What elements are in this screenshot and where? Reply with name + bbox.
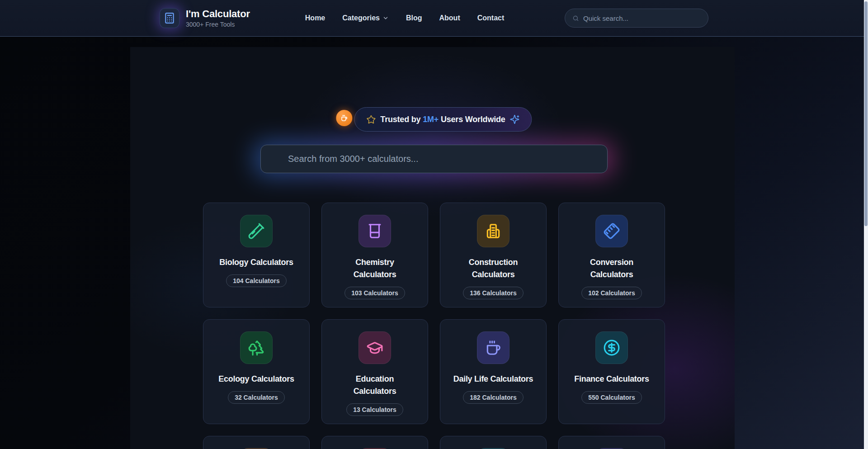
nav-item-blog[interactable]: Blog bbox=[406, 14, 422, 22]
category-count-badge: 136 Calculators bbox=[463, 287, 524, 299]
category-card-partial[interactable] bbox=[203, 436, 310, 449]
category-card-daily-life[interactable]: Daily Life Calculators 182 Calculators bbox=[440, 319, 547, 424]
nav-item-contact[interactable]: Contact bbox=[477, 14, 505, 22]
category-title: ChemistryCalculators bbox=[354, 256, 396, 281]
category-count-badge: 32 Calculators bbox=[228, 391, 285, 404]
category-card-construction[interactable]: ConstructionCalculators 136 Calculators bbox=[440, 203, 547, 307]
quick-search-box[interactable] bbox=[565, 9, 708, 28]
category-title: ConversionCalculators bbox=[590, 256, 633, 281]
building-icon bbox=[477, 215, 509, 247]
calculator-homepage: I'm Calculator 3000+ Free Tools Home Cat… bbox=[0, 0, 868, 449]
category-card-conversion[interactable]: ConversionCalculators 102 Calculators bbox=[558, 203, 665, 307]
circle-dollar-icon bbox=[595, 331, 628, 364]
category-grid: Biology Calculators 104 Calculators Chem… bbox=[203, 203, 665, 449]
category-count-badge: 103 Calculators bbox=[344, 287, 405, 299]
category-card-chemistry[interactable]: ChemistryCalculators 103 Calculators bbox=[321, 203, 428, 307]
category-title: Daily Life Calculators bbox=[453, 373, 533, 385]
main-search-bar[interactable] bbox=[260, 145, 608, 173]
trusted-badge: Trusted by 1M+ Users Worldwide bbox=[354, 107, 532, 132]
main-nav: Home Categories Blog About Contact bbox=[305, 14, 504, 22]
category-title: EducationCalculators bbox=[354, 373, 396, 397]
category-card-finance[interactable]: Finance Calculators 550 Calculators bbox=[558, 319, 665, 424]
nav-item-home[interactable]: Home bbox=[305, 14, 325, 22]
header-inner: I'm Calculator 3000+ Free Tools Home Cat… bbox=[160, 0, 708, 36]
search-icon bbox=[572, 15, 579, 22]
quick-search-input[interactable] bbox=[583, 14, 701, 22]
category-title: Ecology Calculators bbox=[218, 373, 294, 385]
category-title: ConstructionCalculators bbox=[469, 256, 518, 281]
site-tagline: 3000+ Free Tools bbox=[186, 21, 250, 28]
category-count-badge: 13 Calculators bbox=[346, 403, 403, 416]
category-count-badge: 104 Calculators bbox=[226, 274, 287, 287]
category-count-badge: 102 Calculators bbox=[581, 287, 642, 299]
coffee-icon bbox=[340, 114, 348, 122]
brand-text: I'm Calculator 3000+ Free Tools bbox=[186, 8, 250, 28]
category-card-education[interactable]: EducationCalculators 13 Calculators bbox=[321, 319, 428, 424]
chevron-down-icon bbox=[382, 15, 389, 21]
brand-home-link[interactable]: I'm Calculator 3000+ Free Tools bbox=[160, 8, 250, 28]
category-count-badge: 550 Calculators bbox=[581, 391, 642, 404]
buy-coffee-button[interactable] bbox=[336, 110, 352, 126]
site-title: I'm Calculator bbox=[186, 8, 250, 19]
hero-search-area bbox=[260, 145, 608, 173]
coffee-cup-icon bbox=[477, 331, 509, 364]
category-card-partial[interactable] bbox=[558, 436, 665, 449]
category-card-partial[interactable] bbox=[440, 436, 547, 449]
category-count-badge: 182 Calculators bbox=[463, 391, 524, 404]
star-icon bbox=[366, 115, 376, 124]
category-title: Biology Calculators bbox=[219, 256, 293, 269]
category-card-biology[interactable]: Biology Calculators 104 Calculators bbox=[203, 203, 310, 307]
main-search-input[interactable] bbox=[261, 145, 607, 173]
sparkles-icon bbox=[510, 114, 520, 124]
user-count: 1M+ bbox=[423, 115, 439, 124]
nav-item-about[interactable]: About bbox=[439, 14, 460, 22]
category-card-partial[interactable] bbox=[321, 436, 428, 449]
hero-badge-row: Trusted by 1M+ Users Worldwide bbox=[336, 107, 532, 132]
category-card-ecology[interactable]: Ecology Calculators 32 Calculators bbox=[203, 319, 310, 424]
trees-icon bbox=[240, 331, 273, 364]
ruler-icon bbox=[595, 215, 628, 247]
test-tube-icon bbox=[240, 215, 273, 247]
trusted-badge-text: Trusted by 1M+ Users Worldwide bbox=[380, 115, 505, 124]
calculator-icon bbox=[160, 8, 179, 28]
top-navigation-bar: I'm Calculator 3000+ Free Tools Home Cat… bbox=[0, 0, 868, 37]
graduation-cap-icon bbox=[359, 331, 391, 364]
scrollbar-thumb[interactable] bbox=[864, 1, 868, 226]
beaker-icon bbox=[359, 215, 391, 247]
nav-item-categories[interactable]: Categories bbox=[342, 14, 389, 22]
category-title: Finance Calculators bbox=[574, 373, 649, 385]
